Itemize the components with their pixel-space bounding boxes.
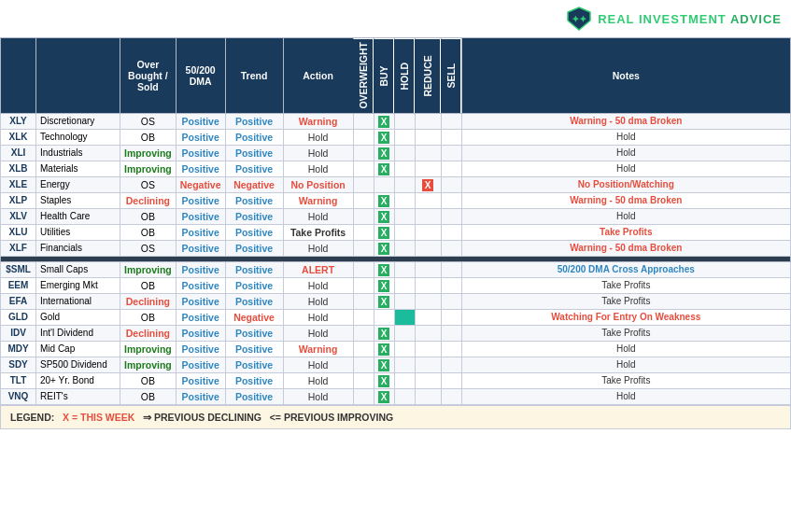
cell-symbol: SDY [1,357,36,372]
x-marker: X [378,280,390,292]
cell-symbol: $SML [1,261,36,277]
cell-sell [441,113,461,129]
cell-notes: Hold [461,145,790,161]
cell-trend: Positive [225,129,283,145]
cell-action: Hold [283,129,353,145]
x-marker: X [378,359,390,371]
cell-action: Warning [283,113,353,129]
cell-buy: X [374,192,394,208]
cell-notes: Hold [461,129,790,145]
x-marker: X [378,195,390,207]
col-header-sell: SELL [441,38,461,114]
cell-trend: Positive [225,224,283,240]
cell-hold [394,113,415,129]
table-row: XLKTechnologyOBPositivePositiveHoldXHold [1,129,791,145]
legend-arrow1: ⇒ PREVIOUS DECLINING [143,412,261,423]
cell-symbol: GLD [1,309,36,325]
cell-dma: Positive [176,208,225,224]
cell-notes: Take Profits [461,325,790,341]
col-header-dma: 50/200 DMA [176,38,225,114]
col-header-action: Action [283,38,353,114]
cell-hold [394,224,415,240]
col-header-reduce: REDUCE [415,38,441,114]
cell-hold [394,325,415,341]
cell-action: ALERT [283,261,353,277]
cell-reduce [415,309,441,325]
cell-ow [353,224,374,240]
cell-buy: X [374,277,394,293]
header-bar: ✦✦ REAL INVESTMENT ADVICE [0,0,791,37]
cell-trend: Positive [225,240,283,256]
cell-hold [394,277,415,293]
cell-reduce [415,145,441,161]
cell-reduce [415,388,441,404]
cell-symbol: IDV [1,325,36,341]
legend-x-label: X = THIS WEEK [63,412,134,423]
cell-reduce [415,240,441,256]
cell-trend: Positive [225,341,283,357]
cell-dma: Positive [176,240,225,256]
cell-name: Int'l Dividend [36,325,120,341]
x-marker: X [378,116,390,128]
cell-action: Hold [283,240,353,256]
cell-hold [394,341,415,357]
cell-buy: X [374,325,394,341]
cell-action: Take Profits [283,224,353,240]
cell-buy: X [374,388,394,404]
cell-reduce [415,357,441,372]
main-table: Over Bought / Sold 50/200 DMA Trend Acti… [0,37,791,405]
col-header-trend: Trend [225,38,283,114]
cell-symbol: XLF [1,240,36,256]
cell-name: Health Care [36,208,120,224]
cell-ob: Declining [120,293,177,309]
cell-dma: Positive [176,357,225,372]
cell-sell [441,224,461,240]
x-marker: X [378,132,390,144]
cell-name: SP500 Dividend [36,357,120,372]
cell-ob: Declining [120,325,177,341]
cell-trend: Positive [225,192,283,208]
cell-buy: X [374,145,394,161]
col-header-overbought: Over Bought / Sold [120,38,177,114]
cell-sell [441,293,461,309]
legend-bar: LEGEND: X = THIS WEEK ⇒ PREVIOUS DECLINI… [0,405,791,429]
cell-notes: Watching For Entry On Weakness [461,309,790,325]
col-header-buy: BUY [374,38,394,114]
cell-trend: Positive [225,261,283,277]
cell-reduce [415,113,441,129]
cell-dma: Positive [176,309,225,325]
cell-ow [353,309,374,325]
cell-buy: X [374,293,394,309]
cell-hold [394,240,415,256]
cell-dma: Positive [176,325,225,341]
cell-name: Technology [36,129,120,145]
cell-reduce [415,372,441,388]
cell-ob: Declining [120,192,177,208]
cell-dma: Positive [176,113,225,129]
cell-name: Staples [36,192,120,208]
cell-buy: X [374,208,394,224]
cell-buy [374,176,394,192]
cell-hold [394,208,415,224]
table-row: EEMEmerging MktOBPositivePositiveHoldXTa… [1,277,791,293]
cell-hold [394,129,415,145]
x-marker: X [422,179,434,191]
cell-action: Warning [283,341,353,357]
cell-ow [353,192,374,208]
cell-symbol: EEM [1,277,36,293]
cell-ob: OS [120,113,177,129]
x-marker: X [378,211,390,223]
cell-ow [353,161,374,176]
cell-ow [353,293,374,309]
cell-trend: Positive [225,325,283,341]
logo-area: ✦✦ REAL INVESTMENT ADVICE [566,6,782,32]
table-row: XLVHealth CareOBPositivePositiveHoldXHol… [1,208,791,224]
cell-dma: Negative [176,176,225,192]
cell-notes: No Position/Watching [461,176,790,192]
cell-ow [353,176,374,192]
cell-name: Utilities [36,224,120,240]
cell-trend: Negative [225,176,283,192]
table-row: GLDGoldOBPositiveNegativeHoldWatching Fo… [1,309,791,325]
x-marker: X [378,296,390,308]
cell-ob: OB [120,129,177,145]
